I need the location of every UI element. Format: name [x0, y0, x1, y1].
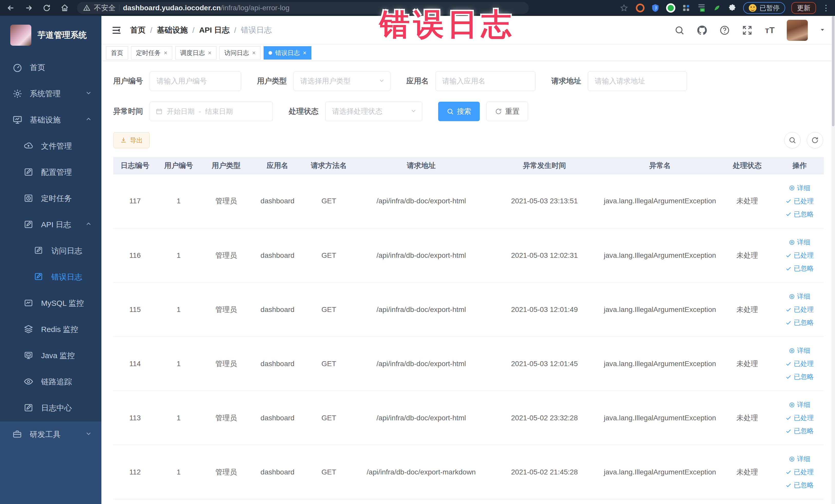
sidebar-item-config-management[interactable]: 配置管理: [0, 159, 101, 185]
log-edit-icon: [24, 220, 34, 230]
ignored-link[interactable]: 已忽略: [786, 426, 814, 436]
search-icon: [447, 108, 454, 115]
extension-shield-icon[interactable]: [651, 3, 660, 13]
row-actions: 详细 已处理 已忽略: [778, 184, 821, 219]
browser-menu-icon[interactable]: ⋮: [822, 6, 830, 9]
refresh-button[interactable]: [807, 132, 823, 148]
processed-link[interactable]: 已处理: [786, 467, 814, 477]
sidebar-item-infrastructure[interactable]: 基础设施: [0, 107, 101, 133]
ignored-link[interactable]: 已忽略: [786, 481, 814, 490]
fullscreen-icon[interactable]: [741, 25, 753, 36]
reload-icon[interactable]: [41, 2, 53, 14]
process-status-select[interactable]: 请选择处理状态: [325, 102, 422, 121]
sidebar-item-tracing[interactable]: 链路追踪: [0, 369, 101, 395]
filter-label: 请求地址: [551, 76, 581, 86]
scrollbar-thumb[interactable]: [832, 16, 834, 126]
processed-link[interactable]: 已处理: [786, 251, 814, 260]
detail-link[interactable]: 详细: [789, 184, 810, 193]
close-icon[interactable]: ×: [208, 49, 211, 57]
close-icon[interactable]: ×: [252, 49, 256, 57]
date-range-picker[interactable]: 开始日期 - 结束日期: [150, 102, 273, 121]
detail-link[interactable]: 详细: [789, 238, 810, 247]
sidebar-item-home[interactable]: 首页: [0, 55, 101, 81]
sidebar-item-redis-monitor[interactable]: Redis 监控: [0, 316, 101, 343]
breadcrumb-api-log[interactable]: API 日志: [199, 25, 229, 36]
search-button[interactable]: 搜索: [438, 102, 480, 121]
cell-status: 未处理: [719, 391, 775, 445]
close-icon[interactable]: ×: [164, 49, 167, 57]
sidebar-item-log-center[interactable]: 日志中心: [0, 395, 101, 421]
cell-log-id: 115: [113, 282, 157, 337]
bookmark-star-icon[interactable]: [618, 2, 630, 14]
detail-link[interactable]: 详细: [789, 400, 810, 409]
sidebar-item-scheduled-tasks[interactable]: 定时任务: [0, 185, 101, 211]
ignored-link[interactable]: 已忽略: [786, 318, 814, 327]
github-icon[interactable]: [696, 25, 708, 36]
reset-button[interactable]: 重置: [486, 102, 528, 121]
user-avatar[interactable]: [787, 20, 808, 41]
update-label: 更新: [797, 4, 810, 13]
user-id-input[interactable]: [150, 72, 241, 91]
ignored-link[interactable]: 已忽略: [786, 210, 814, 219]
collapse-sidebar-icon[interactable]: [110, 24, 122, 36]
tag-schedule-log[interactable]: 调度日志 ×: [175, 46, 217, 60]
close-icon[interactable]: ×: [303, 49, 306, 57]
extension-leaf-icon[interactable]: [712, 3, 721, 13]
profile-paused-chip[interactable]: 已暂停: [743, 2, 785, 14]
extension-orange-icon[interactable]: [636, 4, 645, 12]
sidebar-item-file-management[interactable]: 文件管理: [0, 133, 101, 159]
user-type-select[interactable]: 请选择用户类型: [293, 72, 390, 91]
ignored-link[interactable]: 已忽略: [786, 264, 814, 273]
export-button[interactable]: 导出: [113, 132, 150, 148]
detail-link[interactable]: 详细: [789, 455, 810, 463]
detail-link[interactable]: 详细: [789, 346, 810, 355]
sidebar-item-dev-tools[interactable]: 研发工具: [0, 421, 101, 447]
tag-scheduled-tasks[interactable]: 定时任务 ×: [131, 46, 172, 60]
update-chip[interactable]: 更新: [791, 2, 816, 14]
toggle-search-button[interactable]: [784, 132, 801, 148]
breadcrumb-home[interactable]: 首页: [130, 25, 145, 36]
logo[interactable]: 芋道管理系统: [0, 16, 101, 55]
sidebar-item-mysql-monitor[interactable]: MySQL 监控: [0, 290, 101, 316]
caret-down-icon[interactable]: [819, 26, 826, 34]
extension-puzzle-icon[interactable]: [728, 3, 737, 13]
table-header-row: 日志编号 用户编号 用户类型 应用名 请求方法名 请求地址 异常发生时间 异常名…: [113, 157, 824, 174]
header-search-icon[interactable]: [674, 25, 685, 36]
back-icon[interactable]: [5, 2, 16, 14]
extension-green-circle-icon[interactable]: [666, 3, 675, 13]
breadcrumb-infrastructure[interactable]: 基础设施: [157, 25, 188, 36]
sidebar-item-label: 系统管理: [30, 88, 61, 99]
processed-link[interactable]: 已处理: [786, 305, 814, 314]
tag-access-log[interactable]: 访问日志 ×: [220, 46, 261, 60]
font-size-icon[interactable]: тT: [764, 25, 775, 36]
ignored-link[interactable]: 已忽略: [786, 372, 814, 381]
logo-title: 芋道管理系统: [38, 29, 87, 41]
check-icon: [786, 211, 792, 217]
cell-exception-name: java.lang.IllegalArgumentException: [601, 174, 719, 228]
processed-link[interactable]: 已处理: [786, 414, 814, 422]
sidebar-item-access-log[interactable]: 访问日志: [0, 238, 101, 264]
sidebar-item-error-log[interactable]: 错误日志: [0, 264, 101, 290]
briefcase-icon: [12, 429, 23, 440]
sidebar-item-java-monitor[interactable]: Java 监控: [0, 343, 101, 369]
processed-link[interactable]: 已处理: [786, 359, 814, 368]
extension-grid-icon[interactable]: [681, 3, 691, 13]
tag-home[interactable]: 首页: [106, 46, 128, 60]
annotation-error-log: 错误日志: [380, 4, 515, 45]
filter-request-url: 请求地址: [551, 72, 687, 91]
tag-error-log[interactable]: 错误日志 ×: [264, 46, 311, 60]
extension-on-badge-icon[interactable]: on: [697, 3, 706, 13]
sidebar-item-system[interactable]: 系统管理: [0, 81, 101, 107]
cell-user-type: 管理员: [201, 445, 252, 499]
home-icon[interactable]: [59, 2, 70, 14]
eye-icon: [789, 294, 795, 300]
forward-icon[interactable]: [23, 2, 34, 14]
processed-link[interactable]: 已处理: [786, 197, 814, 206]
sidebar-item-api-log[interactable]: API 日志: [0, 211, 101, 238]
scrollbar[interactable]: [831, 16, 835, 504]
detail-link[interactable]: 详细: [789, 292, 810, 301]
help-icon[interactable]: [719, 25, 730, 36]
request-url-input[interactable]: [588, 72, 687, 91]
chevron-down-icon: [378, 77, 385, 85]
app-name-input[interactable]: [435, 72, 535, 91]
